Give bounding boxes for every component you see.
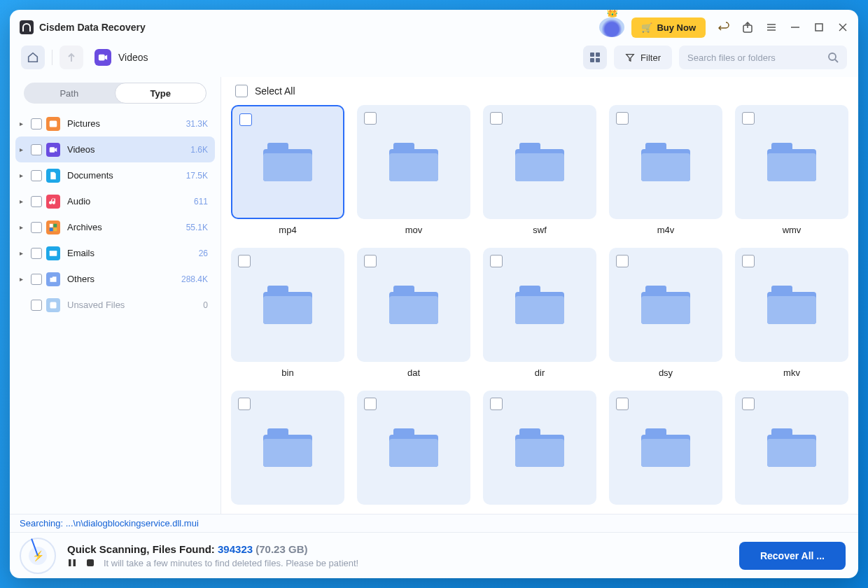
folder-icon: [263, 286, 312, 324]
category-others[interactable]: ▸Others288.4K: [15, 266, 215, 292]
category-checkbox[interactable]: [31, 170, 42, 181]
folder-checkbox[interactable]: [616, 255, 629, 267]
grid-view-button[interactable]: [583, 46, 607, 69]
folder-card: bin: [231, 248, 344, 378]
category-pictures[interactable]: ▸Pictures31.3K: [15, 111, 215, 136]
category-archives[interactable]: ▸Archives55.1K: [15, 214, 215, 240]
folder-tile[interactable]: [483, 105, 596, 219]
undo-icon[interactable]: [718, 22, 729, 33]
search-input[interactable]: [687, 52, 827, 63]
folder-icon: [641, 286, 690, 324]
folder-card: dat: [357, 248, 470, 378]
grid-scroll[interactable]: mp4movswfm4vwmvbindatdirdsymkv: [221, 105, 858, 514]
folder-card: [483, 391, 596, 510]
folder-checkbox[interactable]: [364, 398, 377, 410]
buy-now-button[interactable]: 🛒 Buy Now: [631, 18, 706, 38]
folder-tile[interactable]: [231, 248, 344, 362]
folder-checkbox[interactable]: [742, 255, 755, 267]
category-emails[interactable]: ▸Emails26: [15, 240, 215, 266]
folder-card: mp4: [231, 105, 344, 235]
category-checkbox[interactable]: [31, 222, 42, 233]
search-box[interactable]: [679, 46, 847, 69]
folder-tile[interactable]: [357, 105, 470, 219]
footer: ⚡ Quick Scanning, Files Found: 394323 (7…: [10, 532, 858, 578]
folder-tile[interactable]: [357, 248, 470, 362]
category-label: Emails: [67, 248, 195, 258]
folder-checkbox[interactable]: [616, 112, 629, 125]
videos-icon: [94, 49, 111, 66]
folder-checkbox[interactable]: [238, 398, 251, 410]
menu-icon[interactable]: [766, 22, 777, 33]
category-checkbox[interactable]: [31, 274, 42, 285]
recover-all-button[interactable]: Recover All ...: [739, 542, 846, 570]
folder-tile[interactable]: [231, 391, 344, 505]
category-unsaved-files[interactable]: Unsaved Files0: [15, 292, 215, 318]
chevron-right-icon: ▸: [20, 197, 27, 205]
pause-button[interactable]: [67, 558, 77, 568]
folder-tile[interactable]: [735, 105, 848, 219]
tab-path[interactable]: Path: [24, 83, 115, 104]
select-all-label: Select All: [255, 85, 295, 97]
filter-button[interactable]: Filter: [614, 46, 672, 69]
category-count: 31.3K: [186, 119, 208, 129]
folder-checkbox[interactable]: [238, 255, 251, 267]
folder-checkbox[interactable]: [490, 255, 503, 267]
category-label: Unsaved Files: [67, 300, 199, 310]
folder-checkbox[interactable]: [742, 398, 755, 410]
folder-checkbox[interactable]: [742, 112, 755, 125]
svg-rect-22: [50, 227, 53, 231]
folder-checkbox[interactable]: [364, 112, 377, 125]
folder-checkbox[interactable]: [616, 398, 629, 410]
titlebar: Cisdem Data Recovery 🛒 Buy Now: [10, 10, 858, 45]
minimize-icon[interactable]: [790, 22, 801, 33]
svg-rect-29: [87, 559, 94, 566]
close-icon[interactable]: [837, 22, 848, 33]
folder-card: dsy: [609, 248, 722, 378]
folder-tile[interactable]: [483, 248, 596, 362]
folder-name: bin: [231, 368, 344, 378]
folder-checkbox[interactable]: [364, 255, 377, 267]
folder-tile[interactable]: [735, 391, 848, 505]
category-audio[interactable]: ▸Audio611: [15, 188, 215, 214]
scan-count: 394323: [218, 543, 253, 555]
up-button[interactable]: [59, 46, 83, 69]
folder-card: [735, 391, 848, 510]
category-checkbox[interactable]: [31, 196, 42, 207]
category-videos[interactable]: ▸Videos1.6K: [15, 136, 215, 162]
folder-tile[interactable]: [735, 248, 848, 362]
folder-tile[interactable]: [231, 105, 344, 219]
svg-rect-17: [50, 147, 55, 153]
folder-card: m4v: [609, 105, 722, 235]
category-checkbox[interactable]: [31, 118, 42, 130]
export-icon[interactable]: [742, 22, 753, 33]
folder-tile[interactable]: [483, 391, 596, 505]
category-checkbox[interactable]: [31, 144, 42, 155]
category-icon: [46, 272, 60, 286]
folder-checkbox[interactable]: [490, 112, 503, 125]
category-checkbox[interactable]: [31, 248, 42, 259]
svg-rect-11: [590, 58, 594, 62]
folder-icon: [767, 428, 816, 467]
category-count: 1.6K: [190, 145, 208, 155]
category-label: Archives: [67, 222, 182, 232]
folder-tile[interactable]: [609, 391, 722, 505]
stop-button[interactable]: [85, 558, 95, 568]
folder-icon: [515, 143, 564, 181]
category-count: 17.5K: [186, 171, 208, 181]
home-button[interactable]: [21, 46, 45, 69]
folder-checkbox[interactable]: [490, 398, 503, 410]
tab-type[interactable]: Type: [115, 83, 207, 104]
folder-checkbox[interactable]: [239, 113, 252, 126]
category-icon: [46, 220, 60, 234]
scan-spinner-icon: ⚡: [20, 538, 56, 574]
select-all-checkbox[interactable]: [235, 85, 248, 97]
folder-tile[interactable]: [609, 248, 722, 362]
folder-tile[interactable]: [609, 105, 722, 219]
folder-tile[interactable]: [357, 391, 470, 505]
category-documents[interactable]: ▸Documents17.5K: [15, 162, 215, 188]
svg-rect-21: [53, 223, 57, 227]
category-icon: [46, 298, 60, 312]
folder-name: mkv: [735, 368, 848, 378]
category-checkbox[interactable]: [31, 300, 42, 311]
maximize-icon[interactable]: [813, 22, 825, 33]
